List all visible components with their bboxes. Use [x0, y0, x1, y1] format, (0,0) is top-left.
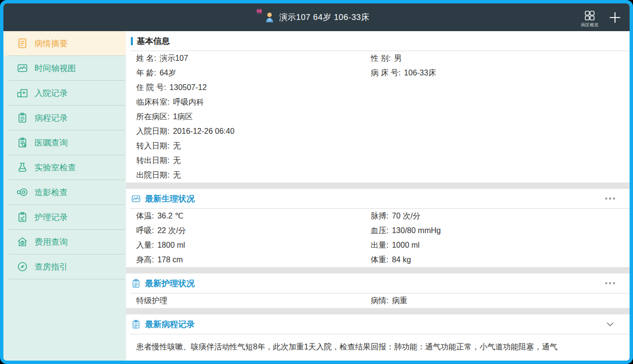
nursing-section-title: 最新护理状况 — [145, 278, 195, 289]
main-content: 基本信息 姓 名:演示107 性 别:男 年 龄:64岁 病 床 号:106-3… — [126, 31, 630, 361]
patient-icon — [263, 11, 276, 24]
sidebar-item-cost-query[interactable]: $ 费用查询 — [3, 230, 126, 254]
field-row: 转入日期:无 — [136, 139, 630, 153]
add-button[interactable] — [608, 11, 622, 24]
sidebar-item-label: 入院记录 — [35, 88, 68, 99]
field-label: 转出日期: — [136, 156, 169, 164]
sidebar-item-rounds-guide[interactable]: 查房指引 — [3, 255, 126, 279]
sidebar-item-disease-summary[interactable]: 病情摘要 — [3, 31, 126, 55]
field-label: 呼吸: — [136, 226, 154, 235]
progress-section-title: 最新病程记录 — [145, 319, 195, 330]
sidebar-item-order-query[interactable]: 医嘱查询 — [3, 130, 126, 155]
field-label: 脉搏: — [371, 212, 388, 220]
field-value: 36.2 ℃ — [157, 212, 183, 220]
sidebar-item-nursing-record[interactable]: 护理记录 — [3, 205, 126, 229]
field-label: 病情: — [371, 296, 388, 305]
plus-icon — [608, 11, 622, 24]
field-row: 临床科室:呼吸内科 — [136, 95, 630, 109]
section-separator — [126, 182, 630, 189]
ward-overview-button[interactable]: 病区概览 — [581, 10, 598, 28]
field-value: 1病区 — [173, 112, 193, 121]
field-row: 特级护理 病情:病重 — [136, 293, 630, 308]
field-label: 出院日期: — [136, 171, 169, 179]
section-accent-bar — [131, 37, 133, 45]
field-row: 出院日期:无 — [136, 168, 630, 182]
progress-note-text: 患者慢性咳嗽、咳痰伴活动性气短8年，此次加重1天入院，检查结果回报：肺功能：通气… — [126, 334, 630, 353]
clipboard-icon — [131, 319, 141, 329]
field-label: 体温: — [136, 212, 154, 220]
hospital-icon — [17, 87, 28, 99]
physio-fields: 体温:36.2 ℃ 脉搏:70 次/分 呼吸:22 次/分 血压:130/80 … — [126, 209, 630, 267]
timeline-chart-icon — [17, 62, 28, 74]
nursing-fields: 特级护理 病情:病重 — [126, 293, 630, 308]
clipboard-search-icon — [17, 137, 28, 148]
special-care-badge: 特 — [256, 8, 262, 15]
field-value: 1000 ml — [392, 241, 419, 249]
ward-overview-label: 病区概览 — [581, 22, 598, 28]
field-value: 106-33床 — [404, 69, 436, 77]
field-label: 临床科室: — [136, 98, 169, 106]
physio-more-button[interactable] — [605, 198, 615, 200]
sidebar-item-label: 造影检查 — [35, 187, 68, 198]
sidebar-item-label: 病程记录 — [35, 112, 68, 124]
field-label: 住 院 号: — [136, 83, 166, 91]
progress-collapse-button[interactable] — [605, 319, 615, 329]
grid-icon — [584, 10, 596, 21]
title-bar: 特 演示107 64岁 106-33床 病区概览 — [3, 3, 630, 31]
sidebar-item-label: 查房指引 — [35, 261, 68, 273]
field-value: 1800 ml — [157, 241, 185, 249]
basic-info-title: 基本信息 — [137, 36, 170, 47]
field-value: 22 次/分 — [157, 226, 186, 235]
imaging-icon — [17, 186, 28, 198]
field-value: 无 — [173, 156, 181, 164]
field-value: 70 次/分 — [392, 212, 420, 220]
basic-info-fields: 姓 名:演示107 性 别:男 年 龄:64岁 病 床 号:106-33床 住 … — [126, 51, 630, 182]
field-value: 病重 — [392, 296, 407, 305]
field-value: 无 — [173, 142, 181, 150]
section-separator — [126, 267, 630, 273]
field-value: 84 kg — [392, 255, 411, 264]
sidebar-item-timeline-view[interactable]: 时间轴视图 — [3, 56, 126, 80]
clipboard-icon — [131, 278, 141, 289]
sidebar-item-imaging-exam[interactable]: 造影检查 — [3, 180, 126, 204]
field-row: 体温:36.2 ℃ 脉搏:70 次/分 — [136, 209, 630, 223]
progress-section-header: 最新病程记录 — [126, 314, 630, 334]
field-label: 转入日期: — [136, 142, 169, 150]
sidebar-item-progress-record[interactable]: 病程记录 — [3, 106, 126, 130]
svg-text:$: $ — [21, 241, 23, 244]
sidebar: 病情摘要 时间轴视图 — [3, 31, 126, 361]
field-value: 2016-12-26 06:40 — [173, 127, 234, 135]
field-label: 入院日期: — [136, 127, 169, 135]
field-label: 年 龄: — [136, 69, 156, 77]
app-window: 特 演示107 64岁 106-33床 病区概览 — [0, 0, 633, 364]
sidebar-item-label: 病情摘要 — [35, 38, 68, 49]
compass-icon — [17, 261, 28, 273]
field-row: 入院日期:2016-12-26 06:40 — [136, 124, 630, 139]
field-row: 姓 名:演示107 性 别:男 — [136, 51, 630, 66]
field-label: 病 床 号: — [371, 69, 400, 77]
field-label: 血压: — [371, 226, 388, 235]
sidebar-item-label: 时间轴视图 — [35, 63, 76, 74]
field-label: 体重: — [371, 255, 388, 264]
nursing-section-header: 最新护理状况 — [126, 273, 630, 293]
sidebar-item-label: 医嘱查询 — [35, 137, 68, 148]
physio-section-header: 最新生理状况 — [126, 189, 630, 208]
field-label: 入量: — [136, 241, 154, 249]
clipboard-icon — [17, 112, 28, 124]
document-summary-icon — [17, 37, 28, 49]
sidebar-item-admission-record[interactable]: 入院记录 — [3, 81, 126, 105]
field-row: 住 院 号:130507-12 — [136, 80, 630, 95]
nursing-more-button[interactable] — [605, 282, 615, 284]
sidebar-item-label: 费用查询 — [35, 237, 68, 248]
sidebar-item-lab-tests[interactable]: 实验室检查 — [3, 155, 126, 180]
physio-section-title: 最新生理状况 — [145, 193, 195, 204]
ellipsis-icon — [605, 282, 615, 284]
field-row: 所在病区:1病区 — [136, 109, 630, 124]
chevron-down-icon — [605, 319, 615, 329]
sidebar-item-label: 护理记录 — [35, 212, 68, 223]
field-value: 无 — [173, 171, 181, 179]
field-value: 130/80 mmHg — [392, 226, 441, 235]
field-value: 64岁 — [160, 69, 176, 77]
field-label: 身高: — [136, 255, 154, 264]
field-row: 转出日期:无 — [136, 153, 630, 168]
